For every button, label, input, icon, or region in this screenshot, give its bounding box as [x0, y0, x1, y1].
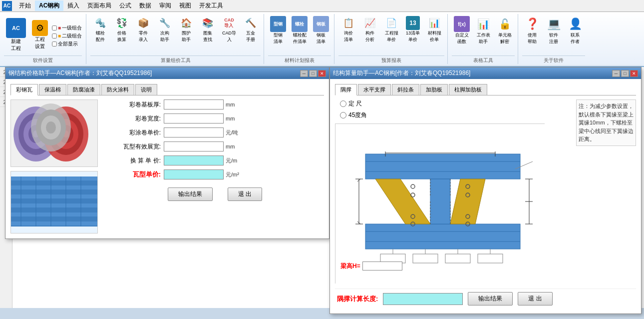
- input-effective-width[interactable]: [164, 142, 224, 152]
- btn-13list[interactable]: 13 13清单单价: [403, 15, 423, 44]
- panel-image: [10, 171, 98, 234]
- dialog2-body: 定 尺 45度角: [335, 100, 636, 284]
- menu-item-dev[interactable]: 开发工具: [195, 0, 227, 11]
- btn-bolt-list[interactable]: 螺栓 螺栓配件清单: [290, 15, 310, 46]
- tab-horizontal-support[interactable]: 水平支撑: [358, 84, 391, 95]
- dialog2-title[interactable]: 结构算量助手—AC钢构[作者：刘艾春QQ19521986] ─ □ ✕: [330, 68, 641, 79]
- group-label-table: 表格工具: [452, 56, 515, 64]
- tab-insulation[interactable]: 保温棉: [39, 84, 66, 95]
- unit-roll-width: mm: [226, 116, 235, 122]
- btn-new-project[interactable]: AC 新建工程: [4, 17, 28, 53]
- tab-column-stiffener[interactable]: 柱脚加肋板: [449, 84, 487, 95]
- btn-component-analysis[interactable]: 📈 构件分析: [360, 15, 380, 44]
- btn-exit-1[interactable]: 退 出: [228, 188, 262, 201]
- label-roll-width: 彩卷宽度:: [106, 114, 161, 123]
- dialog1-minimize[interactable]: ─: [300, 70, 308, 77]
- tab-brace[interactable]: 隅撑: [335, 84, 357, 96]
- menu-item-formula[interactable]: 公式: [115, 0, 135, 11]
- tab-diagonal-bar[interactable]: 斜拉条: [392, 84, 419, 95]
- tab-description[interactable]: 说明: [135, 84, 157, 95]
- svg-rect-35: [430, 179, 450, 224]
- svg-rect-17: [11, 176, 98, 180]
- svg-rect-61: [445, 254, 470, 263]
- input-calc-length[interactable]: [383, 293, 463, 305]
- dialog2-title-text: 结构算量助手—AC钢构[作者：刘艾春QQ19521986]: [333, 69, 470, 78]
- svg-rect-29: [365, 154, 520, 179]
- btn-sheet-helper[interactable]: 📊 工作表助手: [473, 15, 493, 46]
- menu-item-ac[interactable]: AC钢构: [35, 0, 63, 11]
- dialog1-close[interactable]: ✕: [318, 70, 326, 77]
- menu-item-view[interactable]: 视图: [175, 0, 195, 11]
- btn-plate-list[interactable]: 钢板 钢板清单: [311, 15, 331, 46]
- tab-fireproof[interactable]: 防火涂料: [101, 84, 134, 95]
- dialog1-body: 彩卷基板厚: mm 彩卷宽度: mm 彩涂卷单价: 元/吨: [10, 100, 324, 234]
- svg-rect-32: [365, 224, 520, 249]
- btn-atlas[interactable]: 📚 图集查找: [198, 15, 218, 44]
- dialog2-maximize[interactable]: □: [621, 70, 629, 77]
- input-tile-price[interactable]: [164, 170, 224, 180]
- input-roll-price[interactable]: [164, 128, 224, 138]
- btn-enclosure[interactable]: 🏠 围护助手: [176, 15, 196, 44]
- btn-bolt-parts[interactable]: 🔩 螺栓配件: [90, 15, 110, 44]
- form-area: 彩卷基板厚: mm 彩卷宽度: mm 彩涂卷单价: 元/吨: [106, 100, 324, 234]
- svg-rect-62: [478, 254, 503, 263]
- ribbon-group-budget: 📋 询价清单 📈 构件分析 📄 工程报单价 13 13清单单价 📊 材料报价单 …: [335, 14, 448, 64]
- btn-contact[interactable]: 👤 联系作者: [565, 15, 585, 46]
- dialog2-bottom: 隅撑计算长度: 输出结果 退 出: [335, 288, 636, 308]
- btn-material-quote[interactable]: 📊 材料报价单: [424, 15, 444, 44]
- ribbon-group-table: f(x) 自定义函数 📊 工作表助手 🔓 单元格解密 表格工具: [449, 14, 518, 64]
- btn-help[interactable]: ❓ 使用帮助: [522, 15, 542, 46]
- note-text: 注：为减少参数设置，默认檩条下翼缘至梁上翼缘10mm，下螺栓至梁中心线同至下翼缘…: [576, 100, 636, 146]
- btn-cad-import[interactable]: CAD导入 CAD导入: [219, 15, 239, 44]
- tab-colored-tile[interactable]: 彩钢瓦: [10, 84, 38, 96]
- btn-cell-decrypt[interactable]: 🔓 单元格解密: [495, 15, 515, 46]
- btn-output-result-2[interactable]: 输出结果: [468, 292, 513, 306]
- btn-custom-func[interactable]: f(x) 自定义函数: [452, 15, 472, 46]
- dialog1-title[interactable]: 钢结构价格助手—AC钢构[作者：刘艾春QQ19521986] ─ □ ✕: [5, 68, 329, 79]
- dialog1-title-text: 钢结构价格助手—AC钢构[作者：刘艾春QQ19521986]: [8, 69, 152, 78]
- svg-point-14: [46, 122, 56, 134]
- dialog2-close[interactable]: ✕: [630, 70, 638, 77]
- btn-output-result-1[interactable]: 输出结果: [168, 188, 213, 201]
- dialog1-tabs: 彩钢瓦 保温棉 防腐油漆 防火涂料 说明: [10, 84, 324, 96]
- beam-height-field: 梁高H=: [340, 262, 402, 270]
- btn-hardware[interactable]: 🔨 五金手册: [241, 15, 261, 44]
- btn-steel-list[interactable]: 型钢 型钢清单: [268, 15, 288, 46]
- radio-group: 定 尺 45度角: [340, 100, 571, 120]
- menu-item-start[interactable]: 开始: [15, 0, 35, 11]
- btn-register[interactable]: 💻 软件注册: [544, 15, 564, 46]
- unit-tile-price: 元/m²: [226, 171, 239, 178]
- field-roll-width: 彩卷宽度: mm: [106, 114, 324, 124]
- input-converted-price[interactable]: [164, 156, 224, 166]
- menu-item-review[interactable]: 审阅: [155, 0, 175, 11]
- label-effective-width: 瓦型有效展宽:: [106, 142, 161, 151]
- dialog2-minimize[interactable]: ─: [612, 70, 620, 77]
- image-area: [10, 100, 98, 234]
- field-converted-price: 换 算 单 价: 元/m: [106, 156, 324, 166]
- btn-exit-2[interactable]: 退 出: [518, 292, 552, 306]
- tab-anticorrosion[interactable]: 防腐油漆: [67, 84, 100, 95]
- input-base-thickness[interactable]: [164, 100, 224, 110]
- dialog2-controls: ─ □ ✕: [612, 70, 638, 77]
- field-tile-price: 瓦型单价: 元/m²: [106, 170, 324, 180]
- btn-project-settings[interactable]: ⚙ 工程设置: [30, 19, 50, 51]
- radio-fixed-size[interactable]: [340, 100, 346, 107]
- ribbon-group-tools: 🔩 螺栓配件 💱 价格换算 📦 零件录入 🔧 次构助手 🏠 围护助手 📚: [87, 14, 264, 64]
- group-label-about: 关于软件: [522, 56, 585, 64]
- input-roll-width[interactable]: [164, 114, 224, 124]
- dialog2-tabs: 隅撑 水平支撑 斜拉条 加肋板 柱脚加肋板: [335, 84, 636, 96]
- ribbon-group-software: AC 新建工程 ⚙ 工程设置 ■ 一级组合 ■ 二级组合 全部显示 软件: [2, 14, 86, 64]
- btn-secondary[interactable]: 🔧 次构助手: [155, 15, 175, 44]
- menu-item-data[interactable]: 数据: [135, 0, 155, 11]
- radio-45deg[interactable]: [340, 112, 346, 118]
- menu-item-layout[interactable]: 页面布局: [83, 0, 115, 11]
- btn-project-report[interactable]: 📄 工程报单价: [381, 15, 401, 44]
- btn-inquiry[interactable]: 📋 询价清单: [338, 15, 358, 44]
- menu-item-insert[interactable]: 插入: [63, 0, 83, 11]
- input-beam-height[interactable]: [362, 262, 402, 270]
- tab-stiffener[interactable]: 加肋板: [420, 84, 448, 95]
- dialog1-maximize[interactable]: □: [309, 70, 317, 77]
- btn-part-entry[interactable]: 📦 零件录入: [133, 15, 153, 44]
- btn-price-convert[interactable]: 💱 价格换算: [112, 15, 132, 44]
- ribbon-group-about: ❓ 使用帮助 💻 软件注册 👤 联系作者 关于软件: [519, 14, 588, 64]
